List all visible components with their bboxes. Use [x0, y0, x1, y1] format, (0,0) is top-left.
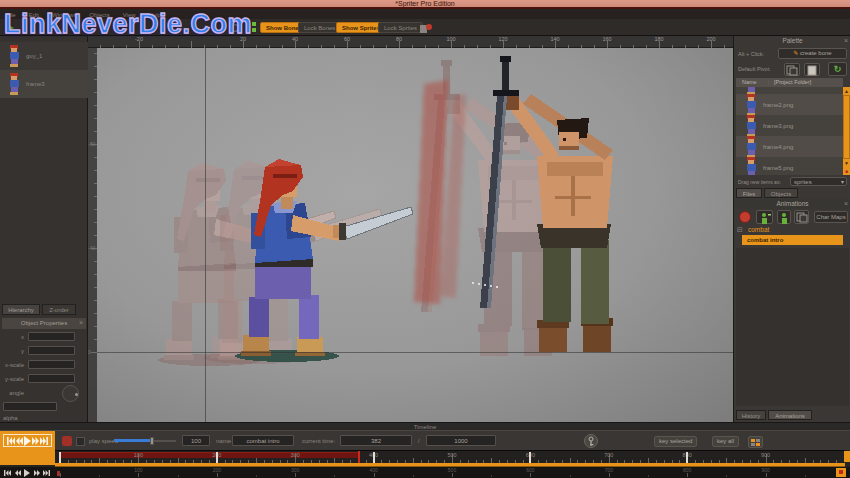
file-list-header[interactable]: Name | [Project Folder]	[736, 78, 843, 87]
x-input[interactable]	[28, 332, 75, 341]
sprite-thumbnail	[745, 157, 758, 176]
file-name: frame4.png	[763, 144, 793, 150]
paste-pivot-icon[interactable]	[804, 63, 820, 76]
sprite-thumbnail	[745, 94, 758, 116]
left-sidebar: guy_1 frame3 Hierarchy Z-order Object Pr…	[0, 36, 88, 422]
go-to-end-button-2[interactable]	[43, 469, 50, 477]
file-name: frame2.png	[763, 102, 793, 108]
scrollbar-thumb[interactable]	[843, 95, 850, 159]
guide-hline	[97, 352, 733, 353]
pencil-icon: ✎	[793, 50, 798, 56]
key-selected-button[interactable]: key selected	[654, 436, 697, 447]
timeline-ruler[interactable]: 100200300400500600700800900	[55, 450, 845, 463]
create-bone-button[interactable]: ✎ create bone	[778, 48, 847, 59]
scroll-down-icon[interactable]: ▼	[843, 159, 850, 167]
drag-items-label: Drag new items as:	[738, 179, 781, 185]
animation-selected[interactable]: combat intro	[742, 235, 843, 245]
refresh-icon[interactable]: ↻	[828, 62, 847, 76]
y-label: y	[0, 348, 24, 354]
close-icon[interactable]: ×	[844, 199, 848, 208]
object-row[interactable]: guy_1	[0, 42, 88, 70]
tab-history[interactable]: History	[736, 410, 766, 420]
tab-hierarchy[interactable]: Hierarchy	[2, 304, 40, 315]
file-name: frame5.png	[763, 165, 793, 171]
timeline-scroll-corner	[844, 451, 850, 462]
file-row[interactable]: frame3.png	[736, 115, 843, 136]
object-row[interactable]: frame3	[0, 70, 88, 98]
char-maps-button[interactable]: Char Maps	[814, 211, 848, 223]
total-time-value[interactable]: 1000	[426, 435, 496, 446]
copy-pivot-icon[interactable]	[784, 63, 800, 76]
default-pivot-label: Default Pivot:	[738, 66, 771, 72]
file-list: frame1.pngframe2.pngframe3.pngframe4.png…	[736, 87, 843, 175]
lock-sprites-button[interactable]: Lock Sprites	[378, 22, 423, 33]
scroll-corner: ■	[843, 167, 850, 175]
character-map-icon[interactable]	[420, 23, 432, 33]
tab-z-order[interactable]: Z-order	[42, 304, 76, 315]
record-animation-icon[interactable]	[739, 211, 751, 223]
scroll-up-icon[interactable]: ▲	[843, 87, 850, 95]
right-panel: Palette × Alt + Click: ✎ create bone Def…	[733, 36, 850, 422]
close-icon[interactable]: ×	[79, 318, 83, 327]
angle-input[interactable]	[3, 402, 57, 411]
keyframe-marker[interactable]	[216, 452, 218, 463]
tab-animations[interactable]: Animations	[768, 410, 812, 420]
canvas-sprites[interactable]	[88, 36, 733, 422]
animation-entity[interactable]: combat	[748, 226, 769, 233]
prev-keyframe-button-2[interactable]	[15, 469, 21, 477]
animation-name-value[interactable]: combat intro	[232, 435, 294, 446]
go-to-start-button-2[interactable]	[4, 469, 11, 477]
object-properties-header: Object Properties ×	[2, 318, 86, 329]
animations-list-area	[736, 248, 849, 406]
play-button[interactable]	[24, 436, 31, 446]
drag-items-dropdown[interactable]: sprites ▾	[790, 177, 847, 186]
timeline-overview-ruler[interactable]: 100200300400500600700800900	[55, 467, 845, 478]
duplicate-animation-icon[interactable]	[794, 210, 809, 224]
guide-vline	[205, 48, 206, 422]
name-column-header[interactable]: Name	[742, 78, 757, 87]
record-icon[interactable]	[62, 436, 72, 446]
keyframe-marker[interactable]	[529, 452, 531, 463]
close-icon[interactable]: ×	[844, 36, 848, 45]
go-to-end-button[interactable]	[40, 436, 48, 446]
next-keyframe-button[interactable]	[32, 436, 39, 446]
add-entity-icon[interactable]	[756, 210, 773, 224]
angle-dial[interactable]	[62, 385, 79, 402]
next-keyframe-button-2[interactable]	[34, 469, 40, 477]
file-row[interactable]: frame5.png	[736, 157, 843, 175]
key-options-icon[interactable]	[748, 436, 763, 448]
play-speed-value[interactable]: 100	[182, 435, 210, 446]
title-bar: *Spriter Pro Edition	[0, 0, 850, 9]
file-row[interactable]: frame4.png	[736, 136, 843, 157]
key-all-button[interactable]: key all	[712, 436, 739, 447]
y-input[interactable]	[28, 346, 75, 355]
current-time-label: current time:	[302, 438, 335, 444]
angle-label: angle	[0, 390, 24, 396]
collapse-icon[interactable]: ⊟	[737, 226, 743, 234]
go-to-start-button[interactable]	[7, 436, 15, 446]
object-label: guy_1	[26, 53, 42, 59]
tab-objects[interactable]: Objects	[764, 188, 798, 198]
keyframe-marker[interactable]	[686, 452, 688, 463]
y-scale-input[interactable]	[28, 374, 75, 383]
animations-header: Animations ×	[734, 199, 850, 209]
file-list-scrollbar[interactable]: ▲ ▼ ■	[843, 87, 850, 175]
play-button-2[interactable]	[24, 469, 30, 477]
play-speed-knob[interactable]	[150, 437, 154, 445]
x-scale-label: x-scale	[0, 362, 24, 368]
lock-bones-button[interactable]: Lock Bones	[298, 22, 341, 33]
folder-column-header[interactable]: [Project Folder]	[774, 78, 811, 87]
sprite-thumbnail	[8, 73, 21, 95]
file-row[interactable]: frame2.png	[736, 94, 843, 115]
add-animation-icon[interactable]	[777, 210, 791, 224]
current-time-value[interactable]: 382	[340, 435, 412, 446]
loop-icon[interactable]	[76, 437, 85, 446]
keyframe-marker[interactable]	[59, 452, 61, 463]
canvas-viewport[interactable]: -2020406080100120140160180200 -80-400	[88, 36, 733, 422]
key-icon[interactable]	[584, 434, 598, 448]
bottom-bar: 100200300400500600700800900	[0, 467, 850, 478]
prev-keyframe-button[interactable]	[16, 436, 23, 446]
tab-files[interactable]: Files	[736, 188, 762, 198]
x-scale-input[interactable]	[28, 360, 75, 369]
keyframe-marker[interactable]	[373, 452, 375, 463]
